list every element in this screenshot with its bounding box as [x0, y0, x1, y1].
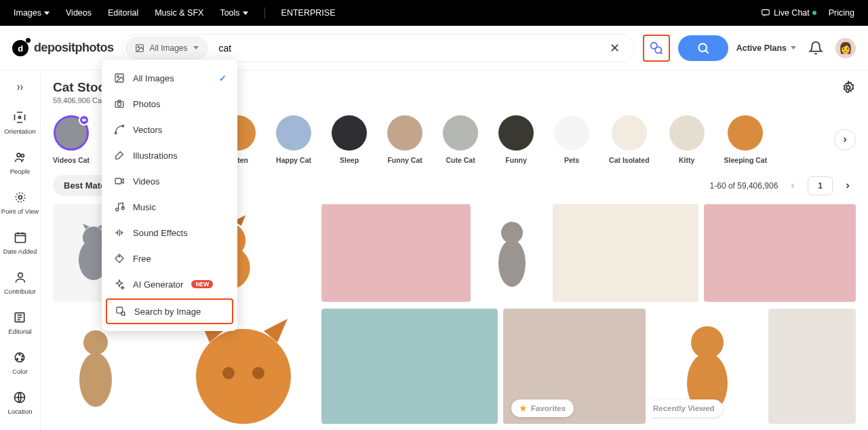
- pager-next[interactable]: [840, 178, 856, 194]
- dd-illustrations[interactable]: Illustrations: [102, 142, 237, 168]
- thumbnail[interactable]: ◉Recently Viewed: [651, 309, 763, 424]
- favorites-pill[interactable]: ★Favorites: [511, 399, 574, 417]
- nav-music-label: Music & SFX: [155, 8, 203, 18]
- nav-editorial-label: Editorial: [108, 8, 138, 18]
- chip-label: Cat Isolated: [609, 156, 650, 164]
- pager-prev[interactable]: [785, 178, 801, 194]
- svg-rect-11: [15, 233, 25, 242]
- svg-point-50: [121, 312, 125, 315]
- chips-next-button[interactable]: [834, 129, 856, 151]
- thumbnail[interactable]: ★Favorites: [503, 309, 646, 424]
- chip-kitty[interactable]: Kitty: [669, 115, 705, 164]
- nav-images[interactable]: Images: [14, 8, 50, 18]
- view-settings-button[interactable]: [841, 80, 856, 95]
- chip-happy-cat[interactable]: Happy Cat: [275, 115, 312, 164]
- dd-music[interactable]: Music: [102, 194, 237, 220]
- svg-rect-22: [82, 119, 85, 121]
- dd-ai-generator[interactable]: AI GeneratorNEW: [102, 271, 237, 297]
- dd-vectors[interactable]: Vectors: [102, 117, 237, 142]
- sidebar-people[interactable]: People: [10, 150, 31, 175]
- nav-music[interactable]: Music & SFX: [155, 8, 203, 18]
- recently-label: Recently Viewed: [653, 404, 715, 412]
- thumbnail[interactable]: [553, 204, 698, 302]
- svg-point-42: [117, 102, 121, 106]
- chip-sleeping-cat[interactable]: Sleeping Cat: [724, 115, 768, 164]
- sidebar-label: Orientation: [4, 128, 35, 135]
- search-type-selector[interactable]: All Images: [125, 37, 208, 60]
- svg-point-40: [117, 76, 119, 78]
- thumbnail[interactable]: [704, 204, 856, 302]
- nav-enterprise[interactable]: ENTERPRISE: [281, 8, 336, 18]
- dd-search-by-image[interactable]: Search by Image: [106, 298, 233, 324]
- dd-videos[interactable]: Videos: [102, 168, 237, 194]
- pager-current[interactable]: 1: [808, 176, 833, 195]
- chevron-left-icon: [789, 182, 797, 190]
- sidebar-label: Color: [12, 368, 28, 375]
- chat-icon: [760, 8, 771, 18]
- vector-icon: [114, 124, 125, 135]
- sidebar-date[interactable]: Date Added: [3, 230, 37, 255]
- dd-sound-effects[interactable]: Sound Effects: [102, 220, 237, 246]
- svg-point-38: [691, 326, 724, 359]
- pricing-link[interactable]: Pricing: [829, 8, 854, 18]
- expand-icon: [14, 83, 27, 92]
- calendar-icon: [14, 231, 27, 244]
- recently-viewed-pill[interactable]: ◉Recently Viewed: [651, 399, 723, 417]
- sidebar-label: Contributor: [4, 288, 36, 295]
- globe-icon: [13, 391, 26, 404]
- svg-point-17: [22, 359, 23, 360]
- dd-all-images[interactable]: All Images✓: [102, 65, 237, 91]
- sidebar-label: Editorial: [8, 328, 31, 335]
- sidebar-location[interactable]: Location: [8, 390, 33, 415]
- search-input[interactable]: [211, 43, 606, 54]
- chip-videos-cat[interactable]: Videos Cat: [53, 115, 90, 164]
- active-plans-label: Active Plans: [736, 43, 787, 53]
- sidebar-pov[interactable]: Point of View: [1, 190, 39, 215]
- video-badge-icon: [79, 115, 90, 125]
- logo[interactable]: d depositphotos: [12, 40, 114, 56]
- search-button[interactable]: [678, 35, 728, 61]
- thumbnail[interactable]: [476, 204, 547, 302]
- user-avatar[interactable]: 👩: [835, 38, 856, 58]
- pov-icon: [14, 191, 27, 204]
- chip-cute-cat[interactable]: Cute Cat: [442, 115, 479, 164]
- chevron-down-icon: [193, 46, 199, 50]
- pricing-label: Pricing: [829, 8, 854, 18]
- news-icon: [13, 311, 26, 324]
- sidebar-editorial[interactable]: Editorial: [8, 310, 31, 335]
- live-chat-button[interactable]: Live Chat: [760, 8, 816, 18]
- chip-funny[interactable]: Funny: [498, 115, 534, 164]
- sidebar-expand[interactable]: [13, 80, 28, 95]
- clear-search-button[interactable]: ✕: [606, 39, 625, 58]
- chip-label: Funny: [505, 156, 527, 164]
- svg-point-33: [83, 330, 108, 355]
- chip-label: Funny Cat: [387, 156, 422, 164]
- chevron-down-icon: [44, 12, 50, 15]
- music-icon: [114, 201, 125, 212]
- chip-funny-cat[interactable]: Funny Cat: [387, 115, 423, 164]
- svg-point-31: [501, 222, 523, 243]
- dd-photos[interactable]: Photos: [102, 91, 237, 117]
- sidebar-contributor[interactable]: Contributor: [4, 270, 36, 295]
- cat-placeholder-icon: [68, 319, 123, 414]
- dd-label: Illustrations: [133, 151, 178, 161]
- nav-videos-label: Videos: [66, 8, 92, 18]
- sparkle-icon: [114, 279, 125, 290]
- chip-pets[interactable]: Pets: [553, 115, 590, 164]
- thumbnail[interactable]: [321, 204, 471, 302]
- chip-cat-isolated[interactable]: Cat Isolated: [609, 115, 650, 164]
- dd-free[interactable]: Free: [102, 246, 237, 271]
- nav-editorial[interactable]: Editorial: [108, 8, 138, 18]
- nav-tools[interactable]: Tools: [220, 8, 248, 18]
- visual-search-button[interactable]: [643, 35, 670, 62]
- chip-sleep[interactable]: Sleep: [331, 115, 368, 164]
- active-plans-menu[interactable]: Active Plans: [736, 43, 796, 53]
- nav-videos[interactable]: Videos: [66, 8, 92, 18]
- sidebar-color[interactable]: Color: [12, 350, 28, 375]
- thumbnail[interactable]: [768, 309, 856, 424]
- favorites-label: Favorites: [531, 404, 566, 412]
- sidebar-label: People: [10, 168, 31, 175]
- thumbnail[interactable]: [321, 309, 498, 424]
- notifications-button[interactable]: [808, 41, 823, 56]
- sidebar-orientation[interactable]: Orientation: [4, 110, 35, 135]
